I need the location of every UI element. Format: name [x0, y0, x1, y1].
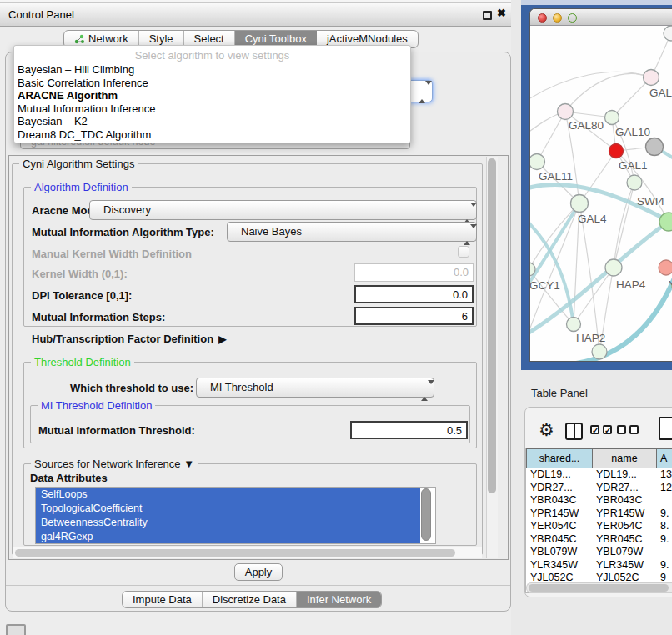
attributes-list-scrollbar[interactable] — [421, 488, 431, 541]
mi-type-value: Naive Bayes — [241, 225, 302, 238]
clipped-bottom-button[interactable] — [6, 624, 26, 635]
algorithm-definition-title: Algorithm Definition — [31, 181, 132, 193]
network-edge — [565, 73, 651, 112]
hub-definition-label: Hub/Transcription Factor Definition — [32, 332, 213, 345]
mi-threshold-field[interactable]: 0.5 — [350, 421, 468, 439]
kernel-width-label: Kernel Width (0,1): — [32, 268, 128, 280]
aracne-mode-value: Discovery — [103, 203, 151, 216]
table-cell: YER054C — [592, 520, 656, 533]
which-threshold-label: Which threshold to use: — [70, 382, 193, 394]
which-threshold-combo[interactable]: MI Threshold — [196, 378, 434, 398]
algorithm-option-dream8-dc-tdc-algorithm[interactable]: Dream8 DC_TDC Algorithm — [14, 128, 410, 142]
network-view-window: GAL7GAL80GAL10GAL1GAL11SWI4GAL4GCY1HAP4Y… — [529, 8, 672, 362]
threshold-definition-title: Threshold Definition — [31, 356, 134, 368]
cyni-algorithm-settings-title: Cyni Algorithm Settings — [19, 158, 138, 170]
node-label-gal80: GAL80 — [569, 119, 604, 132]
network-node[interactable] — [530, 154, 545, 170]
network-node[interactable] — [659, 260, 672, 275]
dpi-tolerance-field[interactable]: 0.0 — [354, 285, 474, 303]
settings-hscroll-thumb[interactable] — [15, 549, 455, 557]
table-cell: 8. — [656, 520, 672, 533]
mi-steps-field[interactable]: 6 — [354, 307, 474, 325]
table-row[interactable]: YBL079WYBL079W — [526, 546, 672, 559]
settings-vscroll-thumb[interactable] — [488, 158, 496, 493]
network-node[interactable] — [664, 26, 672, 41]
network-window-titlebar[interactable] — [530, 9, 672, 26]
apply-button[interactable]: Apply — [234, 563, 283, 581]
node-label-gal11: GAL11 — [539, 170, 573, 182]
table-cell: YBR045C — [526, 533, 592, 547]
network-node[interactable] — [646, 138, 664, 156]
algorithm-option-mutual-information-inference[interactable]: Mutual Information Inference — [14, 102, 410, 116]
algorithm-option-basic-correlation-inference[interactable]: Basic Correlation Inference — [14, 77, 410, 90]
network-node[interactable] — [627, 175, 642, 190]
column-header-name[interactable]: name — [592, 448, 657, 468]
table-row[interactable]: YBR045CYBR045C9. — [526, 533, 672, 547]
network-edge — [530, 203, 579, 291]
zoom-traffic-light[interactable] — [568, 13, 577, 22]
network-node[interactable] — [567, 318, 581, 332]
network-node[interactable] — [592, 344, 607, 359]
tab-infer-network[interactable]: Infer Network — [297, 592, 381, 608]
aracne-mode-combo[interactable]: Discovery — [89, 200, 477, 220]
node-label-gal1: GAL1 — [619, 159, 648, 172]
minimize-traffic-light[interactable] — [553, 13, 562, 22]
network-node[interactable] — [644, 70, 659, 86]
combo-arrows-icon — [464, 204, 470, 218]
table-row[interactable]: YJL052CYJL052C9 — [526, 572, 672, 583]
column-header-a[interactable]: A — [656, 448, 672, 468]
table-row[interactable]: YPR145WYPR145W9. — [526, 508, 672, 521]
checked-checkbox-icon[interactable]: ✓ — [603, 425, 612, 434]
attribute-item-selfloops[interactable]: SelfLoops — [36, 488, 420, 502]
attribute-item-topologicalcoefficient[interactable]: TopologicalCoefficient — [36, 502, 420, 516]
mi-type-combo[interactable]: Naive Bayes — [227, 222, 477, 242]
network-edge — [579, 203, 599, 352]
sources-group-title[interactable]: Sources for Network Inference ▼ — [31, 458, 198, 470]
gear-icon[interactable]: ⚙ — [539, 419, 554, 441]
table-cell: YDL19... — [526, 468, 592, 482]
node-label-gal10: GAL10 — [615, 126, 650, 138]
close-icon[interactable]: ✖ — [497, 7, 506, 19]
network-node[interactable] — [605, 111, 619, 125]
kernel-width-field[interactable]: 0.0 — [354, 263, 474, 282]
network-node[interactable] — [609, 144, 624, 158]
node-label-gal4: GAL4 — [578, 212, 607, 225]
column-header-shared-[interactable]: shared... — [526, 448, 593, 468]
attribute-item-betweennesscentrality[interactable]: BetweennessCentrality — [36, 516, 420, 530]
table-row[interactable]: YDR27...YDR27...12 — [526, 482, 672, 495]
unchecked-checkbox-icon[interactable] — [629, 425, 639, 434]
close-traffic-light[interactable] — [538, 13, 547, 22]
algorithm-combo-right-cap[interactable] — [410, 80, 433, 102]
app-root: Control Panel ✖ NetworkStyleSelectCyni T… — [0, 0, 672, 635]
table-rows: YDL19...YDL19...13YDR27...YDR27...12YBR0… — [526, 468, 672, 583]
table-cell: YER054C — [526, 520, 592, 533]
table-cell: YDL19... — [592, 468, 656, 482]
float-panel-icon[interactable] — [483, 11, 492, 20]
table-row[interactable]: YER054CYER054C8. — [526, 520, 672, 533]
algorithm-list: Bayesian – Hill ClimbingBasic Correlatio… — [14, 63, 410, 141]
node-label-gal7: GAL7 — [649, 87, 672, 99]
document-icon[interactable] — [659, 417, 672, 440]
network-canvas[interactable]: GAL7GAL80GAL10GAL1GAL11SWI4GAL4GCY1HAP4Y… — [530, 26, 672, 361]
network-node[interactable] — [571, 195, 589, 212]
checked-checkbox-icon[interactable]: ✓ — [590, 425, 599, 434]
node-label-y: Y — [669, 278, 672, 291]
tab-discretize-data[interactable]: Discretize Data — [203, 592, 297, 608]
attribute-item-gal4rgexp[interactable]: gal4RGexp — [36, 530, 420, 544]
table-row[interactable]: YBR043CYBR043C — [526, 494, 672, 508]
network-node[interactable] — [605, 259, 622, 276]
algorithm-option-aracne-algorithm[interactable]: ARACNE Algorithm — [14, 89, 410, 102]
algorithm-option-bayesian-k2[interactable]: Bayesian – K2 — [14, 115, 410, 128]
control-panel-titlebar — [0, 3, 512, 27]
tab-impute-data[interactable]: Impute Data — [123, 592, 203, 608]
table-row[interactable]: YLR345WYLR345W9. — [526, 559, 672, 572]
table-row[interactable]: YDL19...YDL19...13 — [526, 468, 672, 482]
table-hscroll-thumb[interactable] — [529, 584, 669, 592]
manual-kernel-checkbox[interactable] — [458, 246, 469, 258]
hub-definition-toggle[interactable]: Hub/Transcription Factor Definition▶ — [32, 332, 226, 345]
column-layout-icon[interactable] — [565, 422, 583, 440]
algorithm-option-bayesian-hill-climbing[interactable]: Bayesian – Hill Climbing — [14, 63, 410, 77]
panel-divider — [6, 585, 510, 586]
unchecked-checkbox-icon[interactable] — [617, 425, 626, 434]
network-node[interactable] — [558, 104, 574, 120]
